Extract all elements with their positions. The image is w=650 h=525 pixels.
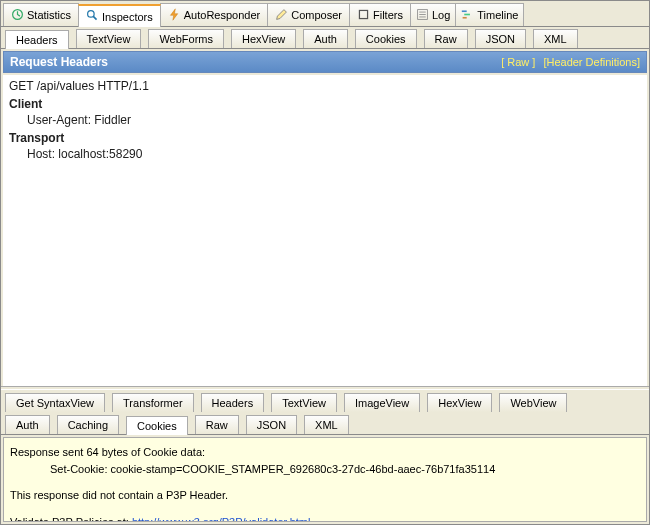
response-subtab-caching[interactable]: Caching	[57, 415, 119, 434]
response-subtab-textview[interactable]: TextView	[271, 393, 337, 412]
main-tab-autoresponder[interactable]: AutoResponder	[160, 3, 268, 26]
p3p-status-line: This response did not contain a P3P Head…	[10, 487, 640, 504]
response-subtab-bar: Get SyntaxViewTransformerHeadersTextView…	[1, 390, 649, 435]
svg-point-1	[88, 11, 95, 18]
validate-p3p-line: Validate P3P Policies at: http://www.w3.…	[10, 514, 640, 523]
tab-label: Composer	[291, 9, 342, 21]
pencil-icon	[275, 8, 288, 23]
svg-rect-8	[462, 10, 467, 12]
header-definitions-link[interactable]: [Header Definitions]	[543, 56, 640, 68]
request-subtab-bar: HeadersTextViewWebFormsHexViewAuthCookie…	[1, 27, 649, 49]
request-subtab-raw[interactable]: Raw	[424, 29, 468, 48]
request-subtab-cookies[interactable]: Cookies	[355, 29, 417, 48]
request-line: GET /api/values HTTP/1.1	[9, 79, 641, 93]
response-subtab-cookies[interactable]: Cookies	[126, 416, 188, 435]
svg-line-2	[93, 16, 96, 19]
tab-label: AutoResponder	[184, 9, 260, 21]
p3p-validator-link[interactable]: http://www.w3.org/P3P/validator.html	[132, 516, 311, 523]
header-group-transport: Transport	[9, 131, 641, 145]
cookie-summary-line: Response sent 64 bytes of Cookie data:	[10, 444, 640, 461]
response-subtab-hexview[interactable]: HexView	[427, 393, 492, 412]
main-tab-filters[interactable]: Filters	[349, 3, 411, 26]
tab-label: Log	[432, 9, 450, 21]
request-header-title: Request Headers	[10, 55, 493, 69]
request-subtab-textview[interactable]: TextView	[76, 29, 142, 48]
request-subtab-xml[interactable]: XML	[533, 29, 578, 48]
log-icon	[416, 8, 429, 23]
request-subtab-hexview[interactable]: HexView	[231, 29, 296, 48]
tab-label: Timeline	[477, 9, 518, 21]
response-subtab-webview[interactable]: WebView	[499, 393, 567, 412]
timeline-icon	[461, 8, 474, 23]
header-group-client: Client	[9, 97, 641, 111]
response-subtab-json[interactable]: JSON	[246, 415, 297, 434]
response-subtab-raw[interactable]: Raw	[195, 415, 239, 434]
set-cookie-line: Set-Cookie: cookie-stamp=COOKIE_STAMPER_…	[10, 461, 640, 478]
tab-label: Statistics	[27, 9, 71, 21]
request-empty-area	[3, 315, 647, 386]
svg-rect-9	[465, 13, 471, 15]
request-header-bar: Request Headers [ Raw ] [Header Definiti…	[3, 51, 647, 73]
response-subtab-imageview[interactable]: ImageView	[344, 393, 420, 412]
request-subtab-json[interactable]: JSON	[475, 29, 526, 48]
cookies-response-pane: Response sent 64 bytes of Cookie data: S…	[3, 437, 647, 522]
response-subtab-auth[interactable]: Auth	[5, 415, 50, 434]
tab-label: Inspectors	[102, 11, 153, 23]
header-item: User-Agent: Fiddler	[9, 113, 641, 127]
clock-icon	[11, 8, 24, 23]
fiddler-window: StatisticsInspectorsAutoResponderCompose…	[0, 0, 650, 525]
main-tab-inspectors[interactable]: Inspectors	[78, 4, 161, 27]
request-subtab-auth[interactable]: Auth	[303, 29, 348, 48]
response-subtab-headers[interactable]: Headers	[201, 393, 265, 412]
main-tab-timeline[interactable]: Timeline	[455, 3, 524, 26]
header-item: Host: localhost:58290	[9, 147, 641, 161]
request-headers-view: GET /api/values HTTP/1.1ClientUser-Agent…	[3, 75, 647, 315]
main-tab-log[interactable]: Log	[410, 3, 456, 26]
main-tab-composer[interactable]: Composer	[267, 3, 350, 26]
square-icon	[357, 8, 370, 23]
main-tab-statistics[interactable]: Statistics	[3, 3, 79, 26]
response-subtab-xml[interactable]: XML	[304, 415, 349, 434]
request-subtab-webforms[interactable]: WebForms	[148, 29, 224, 48]
svg-rect-10	[463, 16, 467, 18]
response-subtab-get-syntaxview[interactable]: Get SyntaxView	[5, 393, 105, 412]
svg-rect-3	[359, 10, 367, 18]
request-subtab-headers[interactable]: Headers	[5, 30, 69, 49]
bolt-icon	[168, 8, 181, 23]
tab-label: Filters	[373, 9, 403, 21]
raw-link[interactable]: [ Raw ]	[501, 56, 535, 68]
main-tab-bar: StatisticsInspectorsAutoResponderCompose…	[1, 1, 649, 27]
response-subtab-transformer[interactable]: Transformer	[112, 393, 194, 412]
magnifier-icon	[86, 9, 99, 24]
